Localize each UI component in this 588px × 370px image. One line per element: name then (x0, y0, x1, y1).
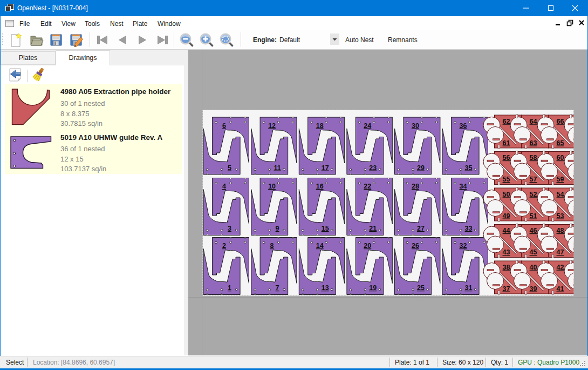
svg-text:5: 5 (228, 164, 231, 172)
svg-text:36: 36 (460, 122, 467, 130)
svg-text:55: 55 (503, 176, 510, 183)
svg-text:64: 64 (530, 118, 537, 125)
svg-text:49: 49 (503, 212, 510, 220)
svg-text:27: 27 (417, 225, 425, 232)
svg-text:54: 54 (557, 191, 564, 198)
svg-text:13: 13 (322, 284, 329, 292)
svg-text:8: 8 (270, 242, 274, 250)
svg-text:1: 1 (228, 284, 231, 292)
svg-text:10: 10 (268, 183, 276, 190)
svg-text:30: 30 (412, 122, 419, 130)
svg-text:16: 16 (316, 183, 324, 190)
svg-text:11: 11 (274, 164, 281, 172)
svg-text:58: 58 (530, 154, 537, 162)
svg-text:2: 2 (222, 242, 226, 250)
svg-text:57: 57 (530, 176, 537, 183)
svg-text:23: 23 (369, 164, 377, 172)
svg-text:38: 38 (503, 264, 510, 271)
svg-text:32: 32 (460, 242, 467, 250)
svg-text:26: 26 (412, 242, 419, 250)
svg-text:51: 51 (530, 212, 537, 220)
svg-text:18: 18 (316, 122, 324, 130)
svg-text:66: 66 (557, 118, 564, 125)
svg-text:37: 37 (503, 285, 510, 293)
svg-text:41: 41 (557, 285, 564, 293)
svg-text:39: 39 (530, 285, 537, 293)
svg-text:12: 12 (268, 122, 276, 130)
svg-text:4: 4 (222, 183, 226, 190)
svg-text:50: 50 (503, 191, 510, 198)
svg-text:42: 42 (557, 264, 564, 271)
svg-text:40: 40 (530, 264, 537, 271)
svg-text:45: 45 (530, 248, 537, 256)
svg-text:3: 3 (228, 225, 231, 232)
svg-text:35: 35 (465, 164, 473, 172)
svg-text:62: 62 (503, 118, 510, 125)
svg-text:25: 25 (417, 284, 425, 292)
svg-text:48: 48 (557, 227, 564, 234)
svg-text:56: 56 (503, 154, 510, 162)
svg-text:63: 63 (530, 139, 537, 147)
svg-text:31: 31 (465, 284, 473, 292)
svg-text:60: 60 (557, 154, 564, 162)
svg-text:19: 19 (369, 284, 377, 292)
svg-text:15: 15 (322, 225, 329, 232)
svg-text:65: 65 (557, 139, 564, 147)
svg-text:24: 24 (364, 122, 371, 130)
svg-text:20: 20 (364, 242, 371, 250)
svg-text:22: 22 (364, 183, 371, 190)
svg-text:6: 6 (222, 122, 226, 130)
svg-text:43: 43 (503, 248, 510, 256)
svg-text:14: 14 (316, 242, 324, 250)
svg-text:28: 28 (412, 183, 419, 190)
svg-text:9: 9 (276, 225, 279, 232)
svg-text:46: 46 (530, 227, 537, 234)
svg-text:7: 7 (276, 284, 279, 292)
svg-text:29: 29 (417, 164, 425, 172)
svg-text:44: 44 (503, 227, 510, 234)
svg-text:34: 34 (460, 183, 467, 190)
svg-text:59: 59 (557, 176, 564, 183)
svg-text:61: 61 (503, 139, 510, 147)
svg-text:17: 17 (322, 164, 329, 172)
svg-text:53: 53 (557, 212, 564, 220)
svg-text:33: 33 (465, 225, 473, 232)
svg-text:52: 52 (530, 191, 537, 198)
svg-text:21: 21 (369, 225, 377, 232)
svg-text:47: 47 (557, 248, 564, 256)
